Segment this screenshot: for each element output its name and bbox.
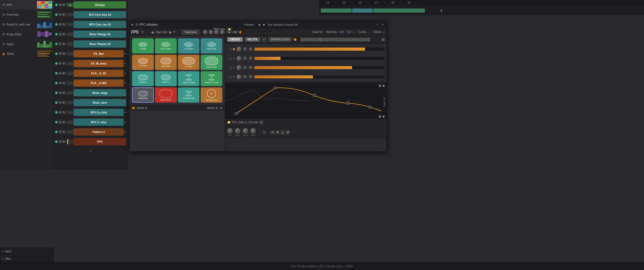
rack-knob[interactable]	[59, 111, 62, 114]
sidebar-channel-fpc[interactable]: ⚙ FPC	[0, 0, 54, 10]
pan-scrollbar[interactable]: ▲ ▼	[378, 84, 382, 118]
bank-b-label[interactable]: BANK B	[207, 106, 218, 110]
rack-knob[interactable]	[62, 62, 65, 65]
rack-knob[interactable]	[62, 130, 65, 133]
seq-btn[interactable]	[333, 38, 335, 41]
gear-icon[interactable]: ⚙	[2, 32, 6, 36]
row-pitch-knob[interactable]	[249, 47, 253, 51]
pad-hi-tom[interactable]: Hi Tom	[132, 55, 154, 70]
rack-knob[interactable]	[62, 72, 65, 75]
seq-btn[interactable]	[349, 38, 351, 41]
led[interactable]	[55, 82, 58, 84]
led[interactable]	[55, 72, 58, 75]
att-knob[interactable]	[227, 128, 233, 134]
seq-btn[interactable]	[331, 38, 333, 41]
pad-pedal-hihat[interactable]: Pedal Hi Hat	[201, 71, 222, 86]
gear-icon[interactable]: ⚙	[2, 42, 6, 46]
rack-knob[interactable]	[59, 91, 62, 94]
seq-btn[interactable]	[319, 38, 321, 41]
arr-block[interactable]	[352, 8, 373, 13]
misc-tab[interactable]: ≡ Misc	[0, 255, 54, 262]
rack-knob[interactable]	[62, 33, 65, 36]
rack-knob[interactable]	[59, 121, 62, 124]
led[interactable]	[55, 43, 58, 45]
row-pitch-knob[interactable]	[249, 75, 253, 79]
rack-knob[interactable]	[62, 91, 65, 94]
pad-open-hihat[interactable]: Open HiHat	[178, 71, 200, 86]
rack-send-arrow[interactable]: ⇒	[124, 82, 126, 84]
pan-up-btn[interactable]: ▲	[378, 84, 381, 86]
rack-knob[interactable]	[59, 42, 62, 46]
rack-channel-label[interactable]: FLS_..k_02	[74, 70, 124, 77]
seq-btn[interactable]	[326, 38, 328, 41]
fpc-knob-2[interactable]	[209, 30, 213, 34]
seq-btn[interactable]	[317, 38, 319, 41]
seq-btn[interactable]	[305, 38, 307, 41]
row-pan-knob[interactable]	[236, 74, 242, 79]
rack-knob[interactable]	[59, 52, 62, 55]
pad-ride-bell[interactable]: Ride Bell	[201, 38, 222, 53]
pan-down-btn[interactable]: ▼	[378, 115, 381, 118]
delete-button[interactable]: DELETE	[245, 37, 260, 42]
create-button[interactable]: CREATE	[227, 37, 243, 42]
seq-btn[interactable]	[342, 38, 344, 41]
rack-knob[interactable]	[59, 82, 62, 85]
led[interactable]	[55, 13, 58, 16]
minimize-btn[interactable]: —	[375, 23, 379, 27]
seq-btn[interactable]	[303, 38, 305, 41]
row-pan-knob[interactable]	[236, 65, 242, 70]
row-vol-knob[interactable]	[243, 47, 247, 51]
seq-btn[interactable]	[356, 38, 358, 41]
expand-btn[interactable]: ▲▼	[262, 38, 266, 42]
pad-lite-ride[interactable]: Lite Ride	[178, 38, 200, 53]
fpc-expand-arrow[interactable]: ▶	[132, 23, 134, 26]
rack-knob[interactable]	[59, 101, 62, 104]
rack-knob[interactable]	[62, 82, 65, 85]
rack-channel-label[interactable]: FLS_..h 002	[74, 79, 124, 87]
row-vol-knob[interactable]	[243, 66, 247, 70]
seq-btn[interactable]	[312, 38, 314, 41]
seq-btn[interactable]	[315, 38, 317, 41]
rack-knob[interactable]	[59, 140, 62, 143]
seq-btn[interactable]	[338, 38, 340, 41]
rack-send-arrow[interactable]: ⇒	[124, 121, 126, 123]
midi-tab[interactable]: ≡ MIDI	[0, 248, 54, 255]
rack-knob[interactable]	[62, 52, 65, 55]
rack-knob[interactable]	[62, 101, 65, 104]
gear-icon[interactable]: ⚙	[2, 22, 6, 26]
file-browse-btn[interactable]: ▶	[259, 120, 264, 124]
seq-btn[interactable]	[347, 38, 349, 41]
rack-channel-label[interactable]: Riser..azor	[74, 99, 126, 106]
seq-btn[interactable]	[345, 38, 347, 41]
pad-mid-tom[interactable]: Mid Tom	[155, 55, 177, 70]
rack-channel-label[interactable]: SFX Cym Airy #2	[74, 11, 126, 18]
seq-btn[interactable]	[354, 38, 356, 41]
rack-knob[interactable]	[59, 23, 62, 26]
gear-icon[interactable]: ⚙	[2, 3, 6, 7]
rack-send-arrow[interactable]: ⇒	[124, 72, 126, 75]
rack-knob[interactable]	[62, 42, 65, 46]
adsr-dropdown-btn[interactable]: ▼	[262, 131, 266, 134]
pad-snare1[interactable]: Snare 1	[132, 71, 154, 86]
rack-knob[interactable]	[59, 13, 62, 16]
rack-knob[interactable]	[59, 33, 62, 36]
led[interactable]	[55, 52, 58, 55]
rack-channel-label[interactable]: SFX C..oisy	[74, 119, 124, 126]
next-pad-btn[interactable]: ▶	[168, 30, 173, 34]
led[interactable]	[55, 101, 58, 104]
env-point[interactable]	[274, 87, 277, 89]
seq-settings-btn[interactable]	[382, 38, 385, 41]
led[interactable]	[55, 23, 58, 26]
rack-channel-label[interactable]: SFX Cy..Airy	[74, 109, 124, 116]
gear-icon[interactable]: ⚙	[2, 13, 6, 17]
rack-knob[interactable]	[62, 23, 65, 26]
env-point[interactable]	[369, 106, 371, 108]
midi-loop-folder-btn[interactable]: 📁	[227, 27, 232, 32]
rel-knob[interactable]	[250, 128, 256, 134]
rack-knob[interactable]	[59, 62, 62, 65]
led-green[interactable]	[55, 4, 58, 6]
seq-btn[interactable]	[301, 38, 303, 41]
rack-channel-label[interactable]: Pattern 2	[74, 128, 124, 136]
pad-lo-tom[interactable]: Lo Tom	[178, 55, 200, 70]
dec-knob[interactable]	[235, 128, 241, 134]
